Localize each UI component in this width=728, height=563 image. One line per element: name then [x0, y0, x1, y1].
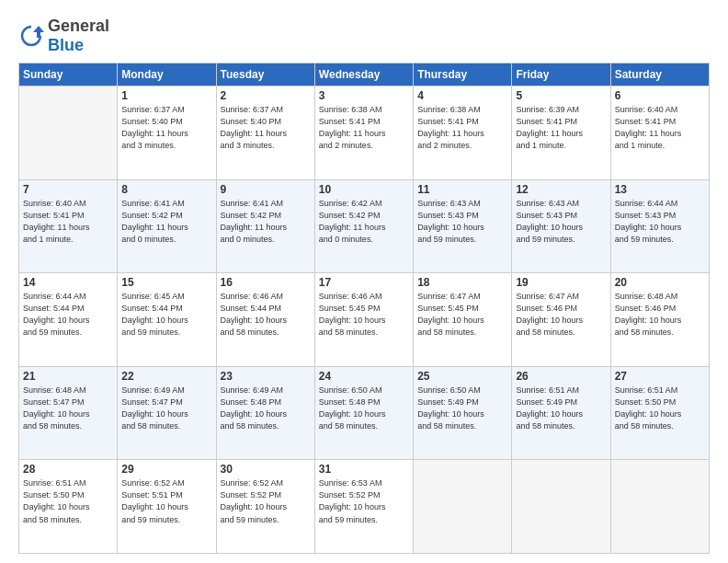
col-header-friday: Friday	[512, 63, 610, 86]
day-info: Sunrise: 6:41 AM Sunset: 5:42 PM Dayligh…	[121, 198, 211, 246]
day-number: 11	[417, 183, 507, 196]
day-cell: 15Sunrise: 6:45 AM Sunset: 5:44 PM Dayli…	[118, 273, 216, 367]
day-cell: 2Sunrise: 6:37 AM Sunset: 5:40 PM Daylig…	[216, 86, 314, 180]
day-cell: 17Sunrise: 6:46 AM Sunset: 5:45 PM Dayli…	[314, 273, 413, 367]
day-info: Sunrise: 6:51 AM Sunset: 5:50 PM Dayligh…	[23, 477, 113, 525]
day-number: 7	[23, 183, 113, 196]
day-number: 15	[121, 276, 211, 289]
logo: General Blue	[18, 17, 109, 55]
day-info: Sunrise: 6:51 AM Sunset: 5:49 PM Dayligh…	[516, 385, 606, 432]
day-info: Sunrise: 6:40 AM Sunset: 5:41 PM Dayligh…	[23, 198, 113, 246]
day-number: 18	[417, 276, 507, 289]
day-cell: 10Sunrise: 6:42 AM Sunset: 5:42 PM Dayli…	[314, 179, 413, 273]
logo-blue-text: Blue	[48, 36, 84, 54]
col-header-thursday: Thursday	[414, 63, 512, 86]
day-cell: 13Sunrise: 6:44 AM Sunset: 5:43 PM Dayli…	[610, 179, 709, 273]
day-cell: 14Sunrise: 6:44 AM Sunset: 5:44 PM Dayli…	[19, 273, 118, 367]
day-number: 28	[23, 463, 113, 476]
day-number: 13	[615, 183, 705, 196]
day-info: Sunrise: 6:46 AM Sunset: 5:44 PM Dayligh…	[221, 291, 311, 339]
day-info: Sunrise: 6:49 AM Sunset: 5:48 PM Dayligh…	[221, 385, 311, 432]
week-row: 21Sunrise: 6:48 AM Sunset: 5:47 PM Dayli…	[19, 366, 710, 460]
day-info: Sunrise: 6:48 AM Sunset: 5:47 PM Dayligh…	[23, 385, 113, 432]
day-info: Sunrise: 6:49 AM Sunset: 5:47 PM Dayligh…	[121, 385, 211, 432]
day-info: Sunrise: 6:42 AM Sunset: 5:42 PM Dayligh…	[319, 198, 409, 246]
day-cell: 29Sunrise: 6:52 AM Sunset: 5:51 PM Dayli…	[118, 460, 216, 554]
day-number: 4	[417, 89, 507, 102]
day-info: Sunrise: 6:50 AM Sunset: 5:48 PM Dayligh…	[319, 385, 409, 432]
calendar: SundayMondayTuesdayWednesdayThursdayFrid…	[18, 63, 710, 554]
day-cell: 6Sunrise: 6:40 AM Sunset: 5:41 PM Daylig…	[610, 86, 709, 180]
day-cell	[19, 86, 118, 180]
day-info: Sunrise: 6:44 AM Sunset: 5:43 PM Dayligh…	[615, 198, 705, 246]
day-number: 14	[23, 276, 113, 289]
day-cell: 25Sunrise: 6:50 AM Sunset: 5:49 PM Dayli…	[414, 366, 512, 460]
day-cell: 19Sunrise: 6:47 AM Sunset: 5:46 PM Dayli…	[512, 273, 610, 367]
day-info: Sunrise: 6:38 AM Sunset: 5:41 PM Dayligh…	[417, 104, 507, 152]
day-number: 24	[319, 370, 409, 383]
day-info: Sunrise: 6:50 AM Sunset: 5:49 PM Dayligh…	[417, 385, 507, 432]
day-cell: 24Sunrise: 6:50 AM Sunset: 5:48 PM Dayli…	[314, 366, 413, 460]
logo-general-text: General	[48, 17, 109, 35]
day-number: 31	[319, 463, 409, 476]
day-cell: 27Sunrise: 6:51 AM Sunset: 5:50 PM Dayli…	[610, 366, 709, 460]
day-cell	[610, 460, 709, 554]
day-number: 10	[319, 183, 409, 196]
day-info: Sunrise: 6:45 AM Sunset: 5:44 PM Dayligh…	[121, 291, 211, 339]
svg-marker-0	[33, 26, 44, 38]
day-info: Sunrise: 6:48 AM Sunset: 5:46 PM Dayligh…	[615, 291, 705, 339]
day-number: 25	[417, 370, 507, 383]
week-row: 7Sunrise: 6:40 AM Sunset: 5:41 PM Daylig…	[19, 179, 710, 273]
day-cell: 21Sunrise: 6:48 AM Sunset: 5:47 PM Dayli…	[19, 366, 118, 460]
day-cell: 31Sunrise: 6:53 AM Sunset: 5:52 PM Dayli…	[314, 460, 413, 554]
day-info: Sunrise: 6:43 AM Sunset: 5:43 PM Dayligh…	[417, 198, 507, 246]
day-cell: 3Sunrise: 6:38 AM Sunset: 5:41 PM Daylig…	[314, 86, 413, 180]
day-cell: 20Sunrise: 6:48 AM Sunset: 5:46 PM Dayli…	[610, 273, 709, 367]
day-cell: 18Sunrise: 6:47 AM Sunset: 5:45 PM Dayli…	[414, 273, 512, 367]
week-row: 1Sunrise: 6:37 AM Sunset: 5:40 PM Daylig…	[19, 86, 710, 180]
col-header-sunday: Sunday	[19, 63, 118, 86]
day-cell: 23Sunrise: 6:49 AM Sunset: 5:48 PM Dayli…	[216, 366, 314, 460]
day-number: 19	[516, 276, 606, 289]
day-number: 26	[516, 370, 606, 383]
day-number: 3	[319, 89, 409, 102]
day-number: 2	[221, 89, 311, 102]
day-number: 12	[516, 183, 606, 196]
day-info: Sunrise: 6:38 AM Sunset: 5:41 PM Dayligh…	[319, 104, 409, 152]
day-info: Sunrise: 6:47 AM Sunset: 5:45 PM Dayligh…	[417, 291, 507, 339]
day-number: 8	[121, 183, 211, 196]
day-number: 27	[615, 370, 705, 383]
day-number: 29	[121, 463, 211, 476]
day-cell: 7Sunrise: 6:40 AM Sunset: 5:41 PM Daylig…	[19, 179, 118, 273]
day-cell: 5Sunrise: 6:39 AM Sunset: 5:41 PM Daylig…	[512, 86, 610, 180]
day-info: Sunrise: 6:46 AM Sunset: 5:45 PM Dayligh…	[319, 291, 409, 339]
day-number: 16	[221, 276, 311, 289]
day-cell: 4Sunrise: 6:38 AM Sunset: 5:41 PM Daylig…	[414, 86, 512, 180]
day-info: Sunrise: 6:52 AM Sunset: 5:52 PM Dayligh…	[221, 477, 311, 525]
week-row: 28Sunrise: 6:51 AM Sunset: 5:50 PM Dayli…	[19, 460, 710, 554]
day-number: 30	[221, 463, 311, 476]
page: General Blue SundayMondayTuesdayWednesda…	[0, 0, 728, 563]
day-cell: 11Sunrise: 6:43 AM Sunset: 5:43 PM Dayli…	[414, 179, 512, 273]
day-cell: 26Sunrise: 6:51 AM Sunset: 5:49 PM Dayli…	[512, 366, 610, 460]
day-info: Sunrise: 6:37 AM Sunset: 5:40 PM Dayligh…	[221, 104, 311, 152]
day-info: Sunrise: 6:51 AM Sunset: 5:50 PM Dayligh…	[615, 385, 705, 432]
day-cell: 9Sunrise: 6:41 AM Sunset: 5:42 PM Daylig…	[216, 179, 314, 273]
col-header-monday: Monday	[118, 63, 216, 86]
day-cell: 22Sunrise: 6:49 AM Sunset: 5:47 PM Dayli…	[118, 366, 216, 460]
day-info: Sunrise: 6:44 AM Sunset: 5:44 PM Dayligh…	[23, 291, 113, 339]
day-info: Sunrise: 6:37 AM Sunset: 5:40 PM Dayligh…	[121, 104, 211, 152]
col-header-wednesday: Wednesday	[314, 63, 413, 86]
day-number: 1	[121, 89, 211, 102]
header-row: SundayMondayTuesdayWednesdayThursdayFrid…	[19, 63, 710, 86]
day-cell	[512, 460, 610, 554]
day-number: 6	[615, 89, 705, 102]
day-info: Sunrise: 6:47 AM Sunset: 5:46 PM Dayligh…	[516, 291, 606, 339]
col-header-tuesday: Tuesday	[216, 63, 314, 86]
header: General Blue	[18, 17, 710, 55]
day-number: 9	[221, 183, 311, 196]
day-number: 17	[319, 276, 409, 289]
day-cell: 12Sunrise: 6:43 AM Sunset: 5:43 PM Dayli…	[512, 179, 610, 273]
day-number: 22	[121, 370, 211, 383]
day-number: 23	[221, 370, 311, 383]
